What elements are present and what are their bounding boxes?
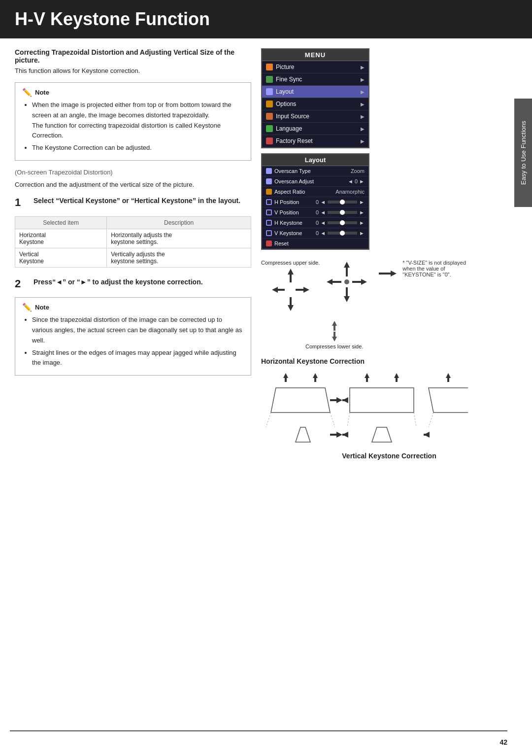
vposition-icon bbox=[266, 209, 272, 215]
hposition-value: 0 ◄► bbox=[316, 199, 365, 205]
page-header: H-V Keystone Function bbox=[0, 0, 532, 38]
compress-lower-svg bbox=[317, 319, 352, 344]
layout-icon bbox=[266, 88, 273, 95]
note2-item-1: Since the trapezoidal distortion of the … bbox=[32, 315, 244, 345]
correction-desc: Correction and the adjustment of the ver… bbox=[15, 180, 251, 190]
svg-rect-1 bbox=[290, 275, 292, 282]
table-cell-desc-2: Vertically adjusts thekeystone settings. bbox=[107, 248, 251, 267]
hkeystone-icon bbox=[266, 220, 272, 226]
vposition-value: 0 ◄► bbox=[316, 209, 365, 215]
menu-item-layout[interactable]: Layout ▶ bbox=[262, 86, 368, 98]
reset-icon bbox=[266, 241, 272, 246]
menu-label-options: Options bbox=[276, 101, 296, 107]
note-box-1: ✏️ Note When the image is projected eith… bbox=[15, 82, 251, 161]
layout-panel: Layout Overscan Type Zoom Overscan Adjus… bbox=[261, 153, 369, 250]
hkeystone-value: 0 ◄► bbox=[316, 220, 365, 226]
svg-marker-2 bbox=[288, 305, 294, 311]
svg-rect-7 bbox=[296, 289, 303, 291]
svg-rect-36 bbox=[350, 388, 414, 412]
page-title: H-V Keystone Function bbox=[15, 9, 517, 30]
svg-marker-23 bbox=[283, 373, 288, 378]
hposition-icon bbox=[266, 199, 272, 205]
compress-lower-label: Compresses lower side. bbox=[305, 344, 363, 349]
menu-label-inputsource: Input Source bbox=[276, 113, 309, 120]
svg-rect-15 bbox=[352, 281, 361, 283]
note-box-2: ✏️ Note Since the trapezoidal distortion… bbox=[15, 297, 251, 376]
svg-marker-27 bbox=[271, 388, 330, 412]
overscanadjust-label: Overscan Adjust bbox=[274, 178, 314, 184]
svg-marker-48 bbox=[336, 432, 342, 438]
reset-label: Reset bbox=[274, 241, 289, 246]
note-title-1: ✏️ Note bbox=[22, 88, 244, 97]
four-dir-svg bbox=[325, 260, 369, 304]
finesync-icon bbox=[266, 76, 273, 83]
table-header-item: Selected item bbox=[15, 216, 107, 229]
vert-keystone-label: Vertical Keystone Correction bbox=[261, 452, 517, 460]
svg-marker-21 bbox=[332, 337, 337, 342]
four-dir-diagram bbox=[325, 260, 369, 304]
svg-marker-6 bbox=[303, 287, 309, 293]
menu-item-language[interactable]: Language ▶ bbox=[262, 123, 368, 135]
left-column: Correcting Trapezoidal Distortion and Ad… bbox=[15, 48, 251, 463]
svg-marker-41 bbox=[446, 373, 451, 378]
layout-item-vposition: V Position 0 ◄► bbox=[262, 207, 368, 218]
description-table: Selected item Description HorizontalKeys… bbox=[15, 216, 251, 268]
svg-rect-26 bbox=[314, 378, 316, 382]
language-icon bbox=[266, 125, 273, 132]
vkeystone-icon bbox=[266, 230, 272, 236]
options-icon bbox=[266, 101, 273, 107]
compress-upper-diagram: Compresses upper side. bbox=[261, 260, 320, 312]
right-arrows-svg bbox=[374, 260, 399, 304]
menu-arrow-factoryreset: ▶ bbox=[361, 138, 365, 144]
overscantype-value: Zoom bbox=[351, 168, 365, 174]
menu-item-factoryreset[interactable]: Factory Reset ▶ bbox=[262, 135, 368, 147]
layout-item-vkeystone: V Keystone 0 ◄► bbox=[262, 228, 368, 239]
menu-arrow-finesync: ▶ bbox=[361, 77, 365, 82]
svg-rect-22 bbox=[333, 332, 335, 337]
menu-arrow-picture: ▶ bbox=[361, 65, 365, 70]
svg-line-28 bbox=[266, 412, 271, 427]
menu-arrow-inputsource: ▶ bbox=[361, 114, 365, 119]
menu-label-language: Language bbox=[276, 125, 302, 132]
svg-rect-31 bbox=[330, 399, 336, 401]
menu-item-inputsource[interactable]: Input Source ▶ bbox=[262, 110, 368, 123]
step-1-text: Select “Vertical Keystone” or “Hertical … bbox=[33, 196, 240, 206]
diagrams-area: Compresses upper side. bbox=[261, 260, 517, 460]
svg-marker-50 bbox=[296, 427, 310, 442]
step-2: 2 Press“◄” or “►” to adjust the keystone… bbox=[15, 277, 251, 290]
svg-line-37 bbox=[347, 412, 350, 427]
table-cell-item-2: VerticalKeystone bbox=[15, 248, 107, 267]
menu-item-picture[interactable]: Picture ▶ bbox=[262, 61, 368, 73]
svg-rect-9 bbox=[346, 268, 348, 276]
layout-item-hkeystone: H Keystone 0 ◄► bbox=[262, 218, 368, 228]
svg-line-29 bbox=[330, 412, 335, 427]
layout-item-overscanadjust: Overscan Adjust ◄ 0 ► bbox=[262, 176, 368, 187]
table-row: VerticalKeystone Vertically adjusts thek… bbox=[15, 248, 251, 267]
vkeystone-slider bbox=[328, 232, 357, 235]
svg-rect-33 bbox=[366, 378, 368, 382]
svg-marker-10 bbox=[344, 296, 350, 302]
svg-marker-32 bbox=[365, 373, 369, 378]
layout-item-reset[interactable]: Reset bbox=[262, 239, 368, 249]
svg-rect-49 bbox=[330, 434, 336, 436]
note-list-2: Since the trapezoidal distortion of the … bbox=[22, 315, 244, 368]
svg-rect-13 bbox=[332, 281, 341, 283]
menu-item-options[interactable]: Options ▶ bbox=[262, 98, 368, 110]
table-header-desc: Description bbox=[107, 216, 251, 229]
hkeystone-slider bbox=[328, 221, 357, 224]
menu-item-finesync[interactable]: Fine Sync ▶ bbox=[262, 73, 368, 86]
vposition-label: V Position bbox=[274, 209, 299, 215]
aspectratio-icon bbox=[266, 189, 272, 195]
svg-rect-35 bbox=[396, 378, 398, 382]
svg-line-38 bbox=[414, 412, 416, 427]
table-cell-desc-1: Horizontally adjusts thekeystone setting… bbox=[107, 229, 251, 248]
svg-rect-57 bbox=[424, 434, 430, 436]
svg-marker-19 bbox=[332, 321, 337, 326]
menu-panel: MENU Picture ▶ Fine Sync ▶ bbox=[261, 48, 369, 148]
menu-label-layout: Layout bbox=[276, 88, 294, 95]
inputsource-icon bbox=[266, 113, 273, 120]
svg-marker-14 bbox=[361, 279, 367, 285]
on-screen-label: (On-screen Trapezoidal Distortion) bbox=[15, 169, 251, 176]
svg-rect-18 bbox=[379, 273, 391, 275]
horizontal-keystone-svg bbox=[261, 368, 468, 447]
